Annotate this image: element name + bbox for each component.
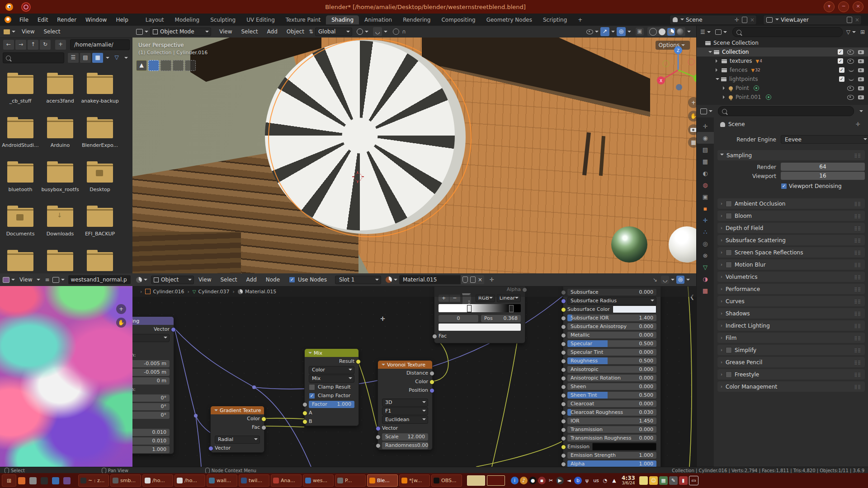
volume-tray-icon[interactable]: ◄ [565, 477, 573, 484]
menu-icon[interactable]: ≡ [45, 277, 49, 283]
tab-uv-editing[interactable]: UV Editing [241, 15, 280, 24]
emission-input-socket[interactable] [561, 445, 566, 450]
folder-item[interactable] [40, 252, 80, 271]
scene-tab-icon[interactable]: ◐ [697, 167, 714, 179]
image-view-menu[interactable]: View [17, 277, 35, 283]
sheen-input-socket[interactable] [561, 385, 566, 389]
image-name-field[interactable]: westsand1_normal.p [68, 275, 131, 284]
voronoi-distance-dropdown[interactable]: Euclidean [382, 416, 428, 424]
overlays-toggle-icon[interactable]: ◎ [617, 27, 626, 36]
material-name-field[interactable]: Material.015 [399, 275, 461, 284]
folder-item[interactable]: anakey-backup [80, 75, 120, 104]
folder-item[interactable]: Arduino [40, 119, 80, 148]
select-intersect-icon[interactable] [185, 60, 196, 71]
tab-animation[interactable]: Animation [359, 15, 397, 24]
gradient-ramp-bar[interactable] [439, 304, 521, 312]
blender-logo-icon[interactable] [5, 16, 11, 23]
filter-icon[interactable]: ▽ [111, 53, 122, 63]
refresh-button[interactable]: ↻ [39, 39, 51, 50]
select-extend-icon[interactable] [160, 60, 171, 71]
taskbar-window-ho[interactable]: /ho... [175, 474, 205, 487]
terminal-launcher-icon[interactable] [41, 477, 48, 484]
player-tray-icon[interactable]: ▶ [556, 477, 564, 484]
properties-search-input[interactable] [718, 106, 854, 116]
clamp-result-checkbox[interactable] [309, 384, 315, 390]
specular-input-socket[interactable] [561, 342, 566, 347]
section-checkbox[interactable] [726, 249, 732, 256]
specular-tint-field[interactable]: Specular Tint0.000 [567, 349, 656, 356]
pen-tray-icon[interactable]: ✎ [669, 476, 678, 485]
browser-launcher-icon[interactable] [18, 477, 25, 484]
subsurface-radius-dropdown[interactable]: Subsurface Radius [567, 297, 656, 305]
section-motion-blur[interactable]: ›Motion Blur⣿⣿ [717, 259, 865, 270]
location-field[interactable]: -0.005 m [132, 360, 170, 367]
sheen-tint-field[interactable]: Sheen Tint0.500 [567, 392, 656, 399]
scale-field[interactable]: 0.010 [132, 437, 170, 445]
obs-tray-icon[interactable]: ● [529, 477, 537, 484]
sheen-field[interactable]: Sheen0.000 [567, 383, 656, 390]
taskbar-window-ble[interactable]: Ble... [367, 474, 398, 487]
vector-input-socket[interactable] [208, 446, 213, 451]
start-menu-button[interactable]: ⊞ [2, 474, 16, 487]
gizmo-toggle-icon[interactable]: ↗ [600, 27, 609, 36]
section-screen-space-reflections[interactable]: ›Screen Space Reflections⣿⣿ [717, 247, 865, 258]
ramp-handle[interactable] [509, 305, 514, 312]
section-volumetrics[interactable]: ›Volumetrics⣿⣿ [717, 272, 865, 282]
music-tray-icon[interactable]: ♪ [520, 477, 528, 484]
randomness-input-socket[interactable] [376, 443, 381, 448]
viewport-3d[interactable]: User Perspective (1) Collection | Cylind… [132, 38, 696, 273]
anisotropic-input-socket[interactable] [561, 367, 566, 372]
properties-options-dropdown[interactable] [859, 110, 863, 114]
image-pan-hand-button[interactable]: ✋ [116, 318, 126, 328]
media-launcher-icon[interactable] [63, 477, 71, 484]
snap-dropdown[interactable] [384, 31, 387, 34]
render-visibility-icon[interactable] [858, 50, 864, 54]
transmission-roughness-field[interactable]: Transmission Roughness0.000 [567, 435, 656, 441]
render-visibility-icon[interactable] [858, 86, 864, 90]
subsurface-color-input-socket[interactable] [561, 307, 566, 312]
image-zoom-button[interactable]: + [116, 304, 126, 314]
node-menu-add[interactable]: Add [242, 277, 261, 283]
overlays-toggle-icon[interactable]: ◎ [676, 276, 684, 284]
outliner-row-collection[interactable]: Collection✓ [697, 47, 868, 56]
menu-file[interactable]: File [15, 17, 33, 23]
constraints-tab-icon[interactable]: ⊗ [697, 249, 714, 261]
randomness-field[interactable]: Randomness0.000 [382, 442, 428, 449]
voronoi-dimensions-dropdown[interactable]: 3D [382, 399, 428, 407]
section-bloom[interactable]: ›Bloom⣿⣿ [717, 211, 865, 221]
render-engine-dropdown[interactable]: Eevee [781, 135, 868, 144]
display-thumbnail-icon[interactable]: ▦ [92, 52, 104, 63]
mix-blend-dropdown[interactable]: Mix [309, 375, 354, 383]
fac-output-socket[interactable] [261, 425, 266, 430]
node-header[interactable]: Mix [305, 349, 359, 357]
search-input[interactable] [3, 52, 64, 63]
b-input-socket[interactable] [302, 419, 307, 424]
mapping-node[interactable]: MappingVectorPointVectorLocation:-0.005 … [132, 316, 174, 454]
display-size-dropdown[interactable] [106, 57, 109, 61]
book-tray-icon[interactable]: ▮ [679, 476, 688, 485]
editor-type-icon[interactable] [136, 277, 142, 283]
window-menu-button[interactable]: ▾ [824, 1, 835, 12]
folder-item[interactable]: bluetooth [0, 164, 40, 192]
taskbar-window-twil[interactable]: twil... [239, 474, 269, 487]
sampling-viewport-value[interactable]: 16 [781, 172, 865, 180]
menu-help[interactable]: Help [111, 17, 132, 23]
shading-solid-icon[interactable] [659, 28, 665, 35]
copy-icon[interactable] [742, 17, 747, 23]
taskbar-window-wes[interactable]: wes... [303, 474, 334, 487]
disclosure-icon[interactable] [723, 95, 726, 99]
node-menu-view[interactable]: View [194, 277, 216, 283]
pan-hand-icon[interactable]: ✋ [688, 111, 696, 122]
editor-type-icon[interactable] [136, 29, 143, 35]
info-tray-icon[interactable]: i [511, 477, 519, 484]
mix-data-type-dropdown[interactable]: Color [309, 366, 354, 374]
filebrowser-view-menu[interactable]: View [17, 28, 39, 35]
section-checkbox[interactable] [726, 371, 732, 378]
outliner-row-scene-collection[interactable]: Scene Collection [697, 38, 868, 47]
scale-field[interactable]: 0.010 [132, 429, 170, 436]
funnel-filter-icon[interactable]: ▽ [846, 29, 850, 35]
clearcoat-field[interactable]: Clearcoat0.000 [567, 400, 656, 407]
keyboard-layout[interactable]: us [592, 477, 600, 484]
disclosure-icon[interactable] [716, 68, 719, 72]
node-menu-node[interactable]: Node [261, 277, 284, 283]
